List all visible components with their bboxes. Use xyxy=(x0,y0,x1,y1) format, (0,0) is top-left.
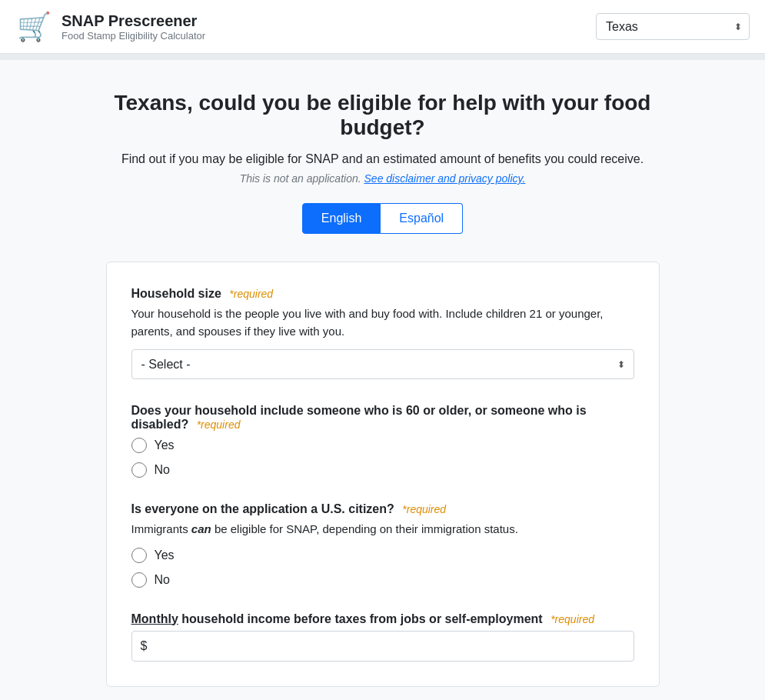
citizen-radio-group: Yes No xyxy=(131,548,634,588)
citizen-required: *required xyxy=(402,503,446,515)
elderly-disabled-yes-label: Yes xyxy=(155,438,175,452)
state-select-wrapper: Texas California New York Florida ⬍ xyxy=(596,13,750,40)
household-size-select-wrapper: - Select - 1 2 3 4 5 6 7 8 9 10+ ⬍ xyxy=(131,349,634,379)
citizen-desc-prefix: Immigrants xyxy=(131,522,191,535)
household-size-description: Your household is the people you live wi… xyxy=(131,305,634,340)
household-size-section: Household size *required Your household … xyxy=(131,287,634,379)
citizen-description: Immigrants can be eligible for SNAP, dep… xyxy=(131,521,634,538)
monthly-income-input-wrapper: $ xyxy=(131,631,634,662)
espanol-button[interactable]: Español xyxy=(381,203,463,234)
state-select[interactable]: Texas California New York Florida xyxy=(596,13,750,40)
monthly-income-label: Monthly household income before taxes fr… xyxy=(131,612,634,626)
elderly-disabled-radio-group: Yes No xyxy=(131,438,634,478)
page-description: Find out if you may be eligible for SNAP… xyxy=(106,152,660,166)
citizen-label: Is everyone on the application a U.S. ci… xyxy=(131,502,634,516)
language-button-group: English Español xyxy=(106,203,660,234)
form-card: Household size *required Your household … xyxy=(106,262,660,687)
elderly-disabled-no-radio[interactable] xyxy=(131,462,147,478)
elderly-disabled-label: Does your household include someone who … xyxy=(131,404,634,432)
app-logo-icon: 🛒 xyxy=(15,8,52,45)
household-size-label: Household size *required xyxy=(131,287,634,301)
income-dollar-sign: $ xyxy=(141,639,148,653)
citizen-section: Is everyone on the application a U.S. ci… xyxy=(131,502,634,588)
elderly-disabled-required: *required xyxy=(197,418,241,431)
citizen-no-radio[interactable] xyxy=(131,572,147,588)
citizen-no-option[interactable]: No xyxy=(131,572,634,588)
household-size-select[interactable]: - Select - 1 2 3 4 5 6 7 8 9 10+ xyxy=(131,349,634,379)
monthly-underline-label: Monthly xyxy=(131,612,178,625)
citizen-desc-bold: can xyxy=(191,522,211,535)
app-header: 🛒 SNAP Prescreener Food Stamp Eligibilit… xyxy=(0,0,765,54)
elderly-disabled-yes-option[interactable]: Yes xyxy=(131,438,634,453)
app-subtitle: Food Stamp Eligibility Calculator xyxy=(62,30,205,42)
elderly-disabled-yes-radio[interactable] xyxy=(131,438,147,453)
elderly-disabled-section: Does your household include someone who … xyxy=(131,404,634,478)
app-title: SNAP Prescreener xyxy=(62,12,205,30)
elderly-disabled-no-option[interactable]: No xyxy=(131,462,634,478)
english-button[interactable]: English xyxy=(302,203,381,234)
header-divider xyxy=(0,54,765,60)
page-title: Texans, could you be eligible for help w… xyxy=(106,91,660,140)
monthly-income-required: *required xyxy=(550,613,594,625)
disclaimer-text: This is not an application. See disclaim… xyxy=(106,172,660,185)
header-text: SNAP Prescreener Food Stamp Eligibility … xyxy=(62,12,205,42)
disclaimer-link[interactable]: See disclaimer and privacy policy. xyxy=(364,172,526,185)
monthly-income-section: Monthly household income before taxes fr… xyxy=(131,612,634,662)
disclaimer-static: This is not an application. xyxy=(240,172,361,185)
main-content: Texans, could you be eligible for help w… xyxy=(91,60,675,700)
monthly-income-input[interactable] xyxy=(131,631,634,662)
elderly-disabled-no-label: No xyxy=(155,463,170,477)
citizen-yes-option[interactable]: Yes xyxy=(131,548,634,563)
monthly-income-label-rest: household income before taxes from jobs … xyxy=(178,612,543,625)
citizen-desc-suffix: be eligible for SNAP, depending on their… xyxy=(211,522,518,535)
citizen-no-label: No xyxy=(155,573,170,587)
header-brand: 🛒 SNAP Prescreener Food Stamp Eligibilit… xyxy=(15,8,205,45)
household-size-required: *required xyxy=(229,288,273,300)
citizen-yes-label: Yes xyxy=(155,548,175,562)
citizen-yes-radio[interactable] xyxy=(131,548,147,563)
